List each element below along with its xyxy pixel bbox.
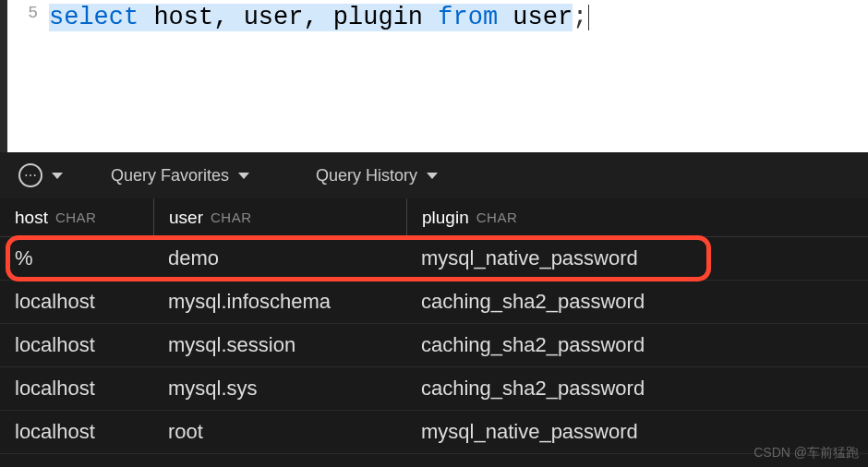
keyword-select: select (49, 4, 139, 31)
cell-host: localhost (0, 333, 153, 357)
cell-plugin: mysql_native_password (406, 246, 868, 270)
line-gutter: 5 (7, 0, 49, 152)
cell-plugin: caching_sha2_password (406, 377, 868, 401)
column-header-host[interactable]: host CHAR (0, 198, 153, 236)
chevron-down-icon (427, 173, 438, 179)
cell-user: demo (153, 246, 406, 270)
results-table: host CHAR user CHAR plugin CHAR % demo m… (0, 198, 868, 454)
watermark: CSDN @车前猛跑 (753, 445, 859, 461)
table-row[interactable]: localhost mysql.session caching_sha2_pas… (0, 324, 868, 367)
cell-host: localhost (0, 420, 153, 444)
table-row[interactable]: localhost mysql.sys caching_sha2_passwor… (0, 367, 868, 411)
sql-editor[interactable]: 5 select host, user, plugin from user; (0, 0, 868, 152)
table-body: % demo mysql_native_password localhost m… (0, 237, 868, 454)
cell-host: localhost (0, 377, 153, 401)
chevron-down-icon (52, 173, 63, 179)
query-favorites-button[interactable]: Query Favorites (111, 166, 249, 186)
table-row[interactable]: localhost root mysql_native_password (0, 411, 868, 454)
favorites-label: Query Favorites (111, 166, 229, 186)
cell-plugin: caching_sha2_password (406, 290, 868, 314)
cell-host: % (0, 246, 153, 270)
cell-user: root (153, 420, 406, 444)
cell-user: mysql.session (153, 333, 406, 357)
code-content[interactable]: select host, user, plugin from user; (49, 0, 868, 152)
cell-user: mysql.sys (153, 377, 406, 401)
line-number: 5 (7, 4, 38, 22)
results-toolbar: ⋯ Query Favorites Query History (0, 152, 868, 198)
more-options-button[interactable]: ⋯ (18, 163, 63, 187)
identifier: host (153, 4, 213, 31)
query-history-button[interactable]: Query History (316, 166, 438, 186)
cell-plugin: mysql_native_password (406, 420, 868, 444)
history-label: Query History (316, 166, 417, 186)
identifier: plugin (333, 4, 423, 31)
keyword-from: from (438, 4, 498, 31)
table-header-row: host CHAR user CHAR plugin CHAR (0, 198, 868, 237)
identifier: user (244, 4, 304, 31)
identifier: user (512, 4, 573, 31)
column-header-plugin[interactable]: plugin CHAR (406, 198, 868, 236)
ellipsis-icon: ⋯ (18, 163, 42, 187)
chevron-down-icon (238, 173, 249, 179)
text-cursor (588, 5, 589, 30)
table-row[interactable]: localhost mysql.infoschema caching_sha2_… (0, 281, 868, 324)
column-header-user[interactable]: user CHAR (153, 198, 406, 236)
cell-plugin: caching_sha2_password (406, 333, 868, 357)
cell-host: localhost (0, 290, 153, 314)
table-row[interactable]: % demo mysql_native_password (0, 237, 868, 281)
cell-user: mysql.infoschema (153, 290, 406, 314)
punct-semi: ; (573, 4, 587, 31)
